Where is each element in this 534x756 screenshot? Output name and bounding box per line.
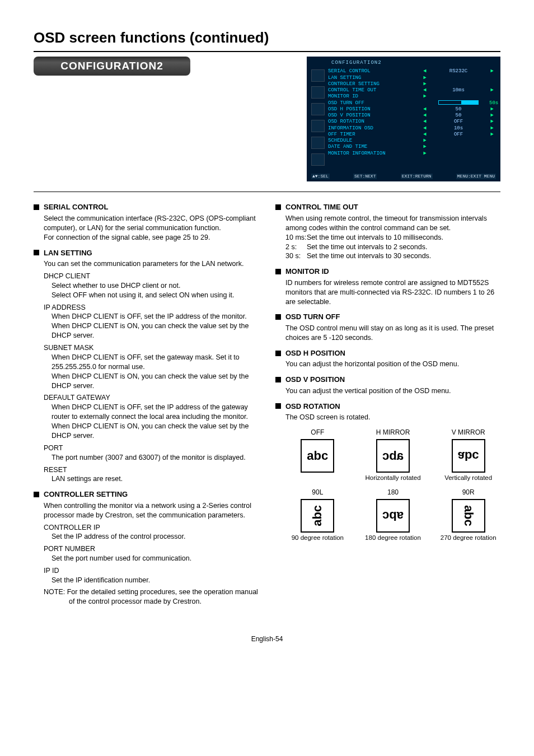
dhcp-client-text: Select whether to use DHCP client or not… <box>44 281 259 291</box>
ip-id-text: Set the IP identification number. <box>44 576 259 585</box>
ip-address-heading: IP ADDRESS <box>44 303 259 312</box>
rot-hmir-sub: Horizontally rotated <box>361 474 425 482</box>
bullet-icon <box>34 204 39 210</box>
cto-30s-val: Set the time out intervals to 30 seconds… <box>307 251 431 261</box>
rot-90l-cap: 90L <box>285 488 350 497</box>
rot-off-cap: OFF <box>285 428 350 437</box>
rot-180-sub: 180 degree rotation <box>361 534 425 542</box>
bullet-icon <box>34 492 39 497</box>
rot-vmir-sub: Vertically rotated <box>436 474 500 482</box>
reset-heading: RESET <box>44 465 259 475</box>
rot-vmir-cap: V MIRROR <box>436 428 500 437</box>
page-number: English-54 <box>34 634 500 643</box>
default-gateway-text2: When DHCP CLIENT is ON, you can check th… <box>44 422 259 441</box>
subnet-mask-heading: SUBNET MASK <box>44 343 259 353</box>
lan-intro: You can set the communication parameters… <box>44 259 259 269</box>
controller-ip-heading: CONTROLLER IP <box>44 523 259 533</box>
osd-footer-sel: ▲▼:SEL <box>311 174 330 179</box>
control-time-out-heading: CONTROL TIME OUT <box>285 202 358 212</box>
monitor-id-heading: MONITOR ID <box>285 267 329 277</box>
dhcp-client-heading: DHCP CLIENT <box>44 272 259 281</box>
cto-10ms-key: 10 ms: <box>285 233 307 242</box>
port-heading: PORT <box>44 444 259 453</box>
dhcp-client-text2: Select OFF when not using it, and select… <box>44 291 259 300</box>
bullet-icon <box>34 250 39 255</box>
osd-turn-off-heading: OSD TURN OFF <box>285 312 340 322</box>
controller-note: NOTE: For the detailed setting procedure… <box>44 587 259 606</box>
rot-180-cap: 180 <box>361 488 425 497</box>
bullet-icon <box>275 403 281 409</box>
port-number-text: Set the port number used for communicati… <box>44 554 259 563</box>
rot-hmir-cap: H MIRROR <box>361 428 425 437</box>
rot-90r-sub: 270 degree rotation <box>436 534 500 542</box>
subnet-mask-text: When DHCP CLIENT is OFF, set the gateway… <box>44 353 259 372</box>
default-gateway-heading: DEFAULT GATEWAY <box>44 393 259 403</box>
ip-address-text2: When DHCP CLIENT is ON, you can check th… <box>44 321 259 340</box>
default-gateway-text: When DHCP CLIENT is OFF, set the IP addr… <box>44 403 259 422</box>
cto-30s-key: 30 s: <box>285 251 307 261</box>
osd-title: CONFIGURATION2 <box>311 60 496 66</box>
controller-ip-text: Set the IP address of the control proces… <box>44 532 259 542</box>
osd-h-position-heading: OSD H POSITION <box>285 348 345 358</box>
ip-id-heading: IP ID <box>44 566 259 576</box>
control-time-out-text: When using remote control, the timeout f… <box>285 214 500 233</box>
subnet-mask-text2: When DHCP CLIENT is ON, you can check th… <box>44 372 259 391</box>
controller-setting-heading: CONTROLLER SETTING <box>44 489 128 500</box>
osd-turn-off-text: The OSD control menu will stay on as lon… <box>275 324 500 343</box>
cto-10ms-val: Set the time out intervals to 10 millise… <box>307 233 443 242</box>
bullet-icon <box>275 351 281 356</box>
lan-setting-heading: LAN SETTING <box>44 248 92 258</box>
osd-rotation-heading: OSD ROTATION <box>285 402 340 412</box>
serial-control-ref: For connection of the signal cable, see … <box>44 233 259 242</box>
controller-setting-text: When controlling the monitor via a netwo… <box>44 501 259 520</box>
configuration2-header: CONFIGURATION2 <box>34 57 190 76</box>
monitor-id-text: ID numbers for wireless remote control a… <box>275 278 500 307</box>
port-number-heading: PORT NUMBER <box>44 544 259 554</box>
bullet-icon <box>275 204 281 210</box>
page-title: OSD screen functions (continued) <box>34 28 500 52</box>
osd-v-position-text: You can adjust the vertical position of … <box>275 386 500 396</box>
rotation-grid: OFFabc H MIRRORabcHorizontally rotated V… <box>285 428 500 542</box>
port-text: The port number (3007 and 63007) of the … <box>44 453 259 463</box>
osd-sidebar-icons <box>311 68 328 166</box>
serial-control-text: Select the communication interface (RS-2… <box>44 214 259 233</box>
osd-footer-menu: MENU:EXIT MENU <box>456 174 496 179</box>
cto-2s-val: Set the time out intervals to 2 seconds. <box>307 242 427 252</box>
bullet-icon <box>275 377 281 382</box>
cto-2s-key: 2 s: <box>285 242 307 252</box>
bullet-icon <box>275 314 281 320</box>
osd-screenshot: CONFIGURATION2 SERIAL CONTROL◄RS232C►LAN… <box>307 57 500 181</box>
bullet-icon <box>275 269 281 274</box>
reset-text: LAN settings are reset. <box>44 474 259 484</box>
osd-rotation-text: The OSD screen is rotated. <box>285 413 500 422</box>
rot-90r-cap: 90R <box>436 488 500 497</box>
osd-v-position-heading: OSD V POSITION <box>285 375 345 385</box>
ip-address-text: When DHCP CLIENT is OFF, set the IP addr… <box>44 312 259 321</box>
serial-control-heading: SERIAL CONTROL <box>44 202 108 212</box>
rot-90l-sub: 90 degree rotation <box>285 534 350 542</box>
osd-h-position-text: You can adjust the horizontal position o… <box>275 360 500 369</box>
osd-footer-return: EXIT:RETURN <box>401 174 433 179</box>
osd-footer-next: SET:NEXT <box>353 174 377 179</box>
